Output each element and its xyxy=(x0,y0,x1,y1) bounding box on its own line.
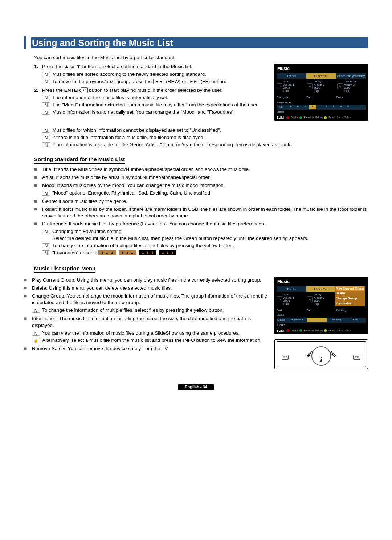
square-bullet-icon: ■ xyxy=(24,315,32,344)
note: NMusic files for which information canno… xyxy=(42,127,368,134)
pref-subnotes: NChanging the Favourites settingSelect t… xyxy=(42,228,368,257)
note: N"Mood" options: Energetic, Rhythmical, … xyxy=(42,190,368,197)
list-item: ■ Mood: It sorts music files by the mood… xyxy=(34,182,368,197)
list-item: ■Title: It sorts the Music titles in sym… xyxy=(34,166,368,173)
note-icon: N xyxy=(32,308,40,313)
music-list-screenshot: Music Thanks I Love You Better than yest… xyxy=(274,64,368,122)
ss-sidebar-item: Artist xyxy=(277,313,366,318)
sorting-standard-heading: Sorting Standard for the Music List xyxy=(34,155,125,164)
note: NThe information of the music files is a… xyxy=(42,94,269,101)
ss-footer: SUM Device Favorites Setting Select Jump… xyxy=(277,327,366,333)
ss-tile: ♫JoeAlbum 1 2005 Pop xyxy=(277,80,305,93)
steps-column: 1. Press the ▲ or ▼ button to select a s… xyxy=(24,64,269,127)
ss-moods: Energetic Sad Calm xyxy=(277,94,366,100)
menu-item: Play Current Group xyxy=(336,286,364,291)
note-icon: N xyxy=(42,135,50,140)
step-number: 2. xyxy=(34,87,42,116)
ss-title: Music xyxy=(277,279,366,285)
ss-tab-selected: I Love You xyxy=(306,73,336,79)
note: ☝Alternatively, select a music file from… xyxy=(32,337,269,344)
list-item: ■Folder: It sorts music files by the fol… xyxy=(34,206,368,220)
step1-notes: NMusic files are sorted according to the… xyxy=(42,71,269,85)
page-footer: English - 34 xyxy=(24,384,368,390)
step2-notes: NThe information of the music files is a… xyxy=(42,94,269,116)
ss-sidebar-item: Genre xyxy=(277,323,366,327)
red-dot-icon xyxy=(286,116,289,119)
menu-item: Delete xyxy=(336,291,364,296)
yellow-dot-icon xyxy=(324,116,327,119)
ss-tabs: Thanks I Love You Better than yesterday xyxy=(277,73,366,79)
note-icon: N xyxy=(42,95,50,100)
square-bullet-icon: ■ xyxy=(24,277,32,284)
enter-key-icon: ↵ xyxy=(81,87,88,93)
list-item: ■ Information: The music file informatio… xyxy=(24,315,269,344)
option-menu-heading: Music List Option Menu xyxy=(34,265,95,273)
page-title-row: Using and Sorting the Music List xyxy=(24,36,368,49)
favourites-chip: ★ ★ ★ xyxy=(98,250,116,255)
note-icon: N xyxy=(42,79,50,84)
step-text: Press the ▲ or ▼ button to select a sort… xyxy=(42,64,192,69)
ss-sidebar-item: Artist xyxy=(277,110,366,114)
mood-subnote: N"Mood" options: Energetic, Rhythmical, … xyxy=(42,190,368,197)
favourites-chip: ★ ★ ★ xyxy=(159,250,176,255)
favourites-chip: ★ ★ ★ xyxy=(119,250,136,255)
title-accent-bar xyxy=(24,36,26,49)
list-item: ■ Preference: It sorts music files by pr… xyxy=(34,221,368,257)
note: NIf there is no title information for a … xyxy=(42,134,368,141)
list-item: ■ Change Group: You can change the mood … xyxy=(24,293,269,315)
ss-tab: Thanks xyxy=(277,286,306,292)
music-option-screenshot: Music Thanks I Love You Play Current Gro… xyxy=(274,277,368,335)
info-button-icon: i xyxy=(320,354,322,365)
ss-title-row: Title FGHIJKLPSTV xyxy=(277,105,366,109)
option-layout: ■Play Current Group: Using this menu, yo… xyxy=(24,277,368,369)
square-bullet-icon: ■ xyxy=(34,182,42,197)
ss-tile: ♫CatherineAlbum 3 2005 Pop xyxy=(337,80,366,93)
square-bullet-icon: ■ xyxy=(24,285,32,292)
note: NThe "Mood" information extracted from a… xyxy=(42,102,269,109)
note-icon: N xyxy=(42,191,50,196)
information-notes: NYou can view the information of music f… xyxy=(32,330,269,344)
step2-extra-notes: NMusic files for which information canno… xyxy=(42,127,368,148)
option-popup: Play Current Group Delete Change Group I… xyxy=(335,286,365,307)
ss-tab: Better than yesterday xyxy=(336,73,366,79)
note: NMusic information is automatically set.… xyxy=(42,109,269,116)
ss-tile: ♫DarbyAlbum 2 2005 Pop xyxy=(307,80,335,93)
green-dot-icon xyxy=(299,329,302,332)
list-item: ■Artist: It sorts the music file by arti… xyxy=(34,174,368,181)
music-file-icon: ♫ xyxy=(337,83,343,89)
menu-item: Information xyxy=(336,301,364,306)
option-list: ■Play Current Group: Using this menu, yo… xyxy=(24,277,269,352)
square-bullet-icon: ■ xyxy=(34,221,42,257)
note-icon: N xyxy=(42,72,50,77)
step-number: 1. xyxy=(34,64,42,86)
remote-diagram: E? EX i INFO EXIT xyxy=(274,339,368,369)
page-number: English - 34 xyxy=(178,384,214,390)
note: NYou can view the information of music f… xyxy=(32,330,269,337)
steps-list: 1. Press the ▲ or ▼ button to select a s… xyxy=(34,64,269,116)
note: NChanging the Favourites settingSelect t… xyxy=(42,228,368,242)
step-1: 1. Press the ▲ or ▼ button to select a s… xyxy=(34,64,269,86)
change-group-notes: NTo change the information of multiple f… xyxy=(32,307,269,314)
music-file-icon: ♫ xyxy=(277,83,282,89)
list-item: ■Delete: Using this menu, you can delete… xyxy=(24,285,269,292)
square-bullet-icon: ■ xyxy=(24,345,32,352)
screenshot1-column: Music Thanks I Love You Better than yest… xyxy=(274,64,368,127)
remote-right-btn: EX xyxy=(353,355,360,360)
ss-tiles: ♫JoeAlbum 1 2005 Pop ♫DarbyAlbum 2 2005 … xyxy=(277,79,366,94)
note-icon: N xyxy=(42,243,50,248)
step-body: Press the ▲ or ▼ button to select a sort… xyxy=(42,64,269,86)
ss-sidebar: Preference xyxy=(277,101,366,105)
music-file-icon: ♫ xyxy=(307,296,313,302)
note: N "Favourites" options: ★ ★ ★, ★ ★ ★, ★ … xyxy=(42,250,368,257)
favourites-chip: ★ ★ ★ xyxy=(139,250,156,255)
note-icon: N xyxy=(42,250,50,255)
upper-layout: 1. Press the ▲ or ▼ button to select a s… xyxy=(24,64,368,127)
music-file-icon: ♫ xyxy=(307,83,313,89)
ss-tab: Thanks xyxy=(277,73,306,79)
note: NIf no information is available for the … xyxy=(42,142,368,148)
option-text-col: ■Play Current Group: Using this menu, yo… xyxy=(24,277,269,369)
step-2: 2. Press the ENTER↵ button to start play… xyxy=(34,87,269,116)
note-icon: N xyxy=(42,102,50,107)
sorting-list: ■Title: It sorts the Music titles in sym… xyxy=(34,166,368,257)
press-icon: ☝ xyxy=(32,338,40,343)
